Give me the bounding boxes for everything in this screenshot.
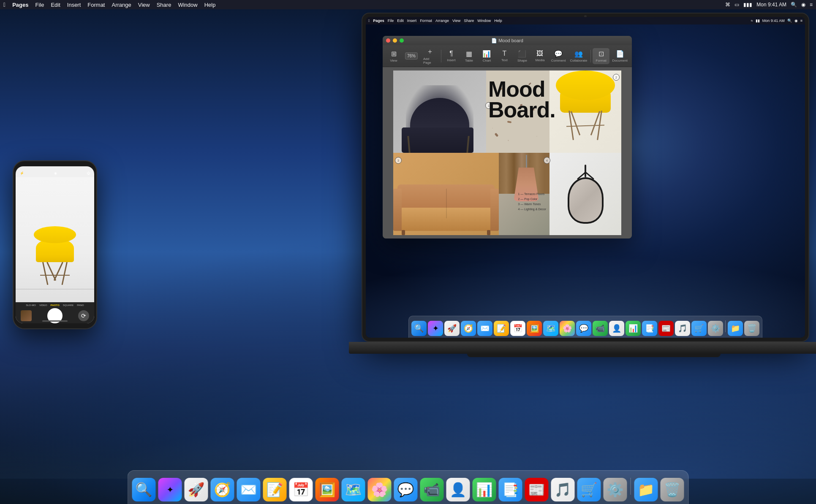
inner-file-menu[interactable]: File [388, 19, 394, 23]
inner-dock-launch[interactable]: 🚀 [444, 321, 460, 336]
inner-dock-mail[interactable]: ✉️ [477, 321, 492, 336]
arrange-menu[interactable]: Arrange [112, 2, 131, 8]
help-menu[interactable]: Help [204, 2, 216, 8]
edit-menu[interactable]: Edit [51, 2, 60, 8]
shape-toolbar-button[interactable]: ⬛ Shape [514, 48, 530, 64]
view-toolbar-button[interactable]: ⊞ View [385, 48, 402, 64]
inner-dock-messages[interactable]: 💬 [576, 321, 591, 336]
dock-keynote[interactable]: 📑 [499, 478, 522, 501]
inner-dock-photos[interactable]: 🌸 [560, 321, 575, 336]
minimize-button[interactable] [393, 38, 397, 43]
inner-share-menu[interactable]: Share [464, 19, 474, 23]
window-menu[interactable]: Window [178, 2, 197, 8]
inner-menubar-right: ≈ ▮▮ Mon 9:41 AM 🔍 ◉ ≡ [751, 19, 802, 23]
inner-dock-music[interactable]: 🎵 [675, 321, 690, 336]
flip-camera-button[interactable]: ⟳ [78, 310, 89, 321]
dock-mail[interactable]: ✉️ [237, 478, 261, 501]
dock-notes[interactable]: 📝 [263, 478, 287, 501]
dock-numbers[interactable]: 📊 [473, 478, 496, 501]
inner-help-menu[interactable]: Help [494, 19, 502, 23]
inner-search-icon[interactable]: 🔍 [787, 19, 792, 23]
share-menu[interactable]: Share [157, 2, 171, 8]
inner-dock-numbers[interactable]: 📊 [626, 321, 641, 336]
inner-dock-appstore[interactable]: 🛒 [691, 321, 707, 336]
iphone-sleep-button[interactable] [96, 195, 97, 208]
mode-video[interactable]: VIDEO [39, 304, 47, 306]
inner-view-menu[interactable]: View [452, 19, 460, 23]
iphone-photo-thumbnail[interactable] [21, 310, 32, 321]
inner-dock-notes[interactable]: 📝 [494, 321, 509, 336]
collaborate-toolbar-button[interactable]: 👥 Collaborate [568, 48, 589, 64]
mode-photo[interactable]: PHOTO [51, 304, 60, 306]
chart-toolbar-button[interactable]: 📊 Chart [478, 48, 495, 64]
inner-edit-menu[interactable]: Edit [397, 19, 404, 23]
iphone-mute-button[interactable] [13, 184, 14, 190]
format-toolbar-button[interactable]: ⊡ Format [593, 48, 609, 64]
dock-calendar[interactable]: 📅 [289, 478, 313, 501]
inner-window-menu[interactable]: Window [477, 19, 491, 23]
document-toolbar-button[interactable]: 📄 Document [610, 48, 629, 64]
iphone-volume-down-button[interactable] [13, 201, 14, 210]
inner-dock-keynote[interactable]: 📑 [642, 321, 657, 336]
mode-pano[interactable]: PANO [77, 304, 84, 306]
iphone-selfie-icon[interactable]: ◉ [54, 171, 57, 175]
mode-square[interactable]: SQUARE [63, 304, 73, 306]
inner-dock-preview[interactable]: 🖼️ [527, 321, 542, 336]
list-item-3: 3 — Warm Tones [518, 202, 546, 207]
dock-trash[interactable]: 🗑️ [661, 478, 684, 501]
inner-cc-icon[interactable]: ≡ [800, 19, 802, 23]
iphone-volume-up-button[interactable] [13, 191, 14, 199]
dock-maps[interactable]: 🗺️ [342, 478, 365, 501]
insert-toolbar-button[interactable]: ¶ Insert [443, 48, 460, 64]
inner-dock-siri[interactable]: ✦ [428, 321, 443, 336]
text-toolbar-button[interactable]: T Text [496, 48, 513, 64]
dock-launchpad[interactable]: 🚀 [185, 478, 208, 501]
dock-finder[interactable]: 🔍 [132, 478, 156, 501]
iphone-flash-icon[interactable]: ⚡ [20, 171, 24, 175]
dock-safari[interactable]: 🧭 [211, 478, 234, 501]
inner-dock-maps[interactable]: 🗺️ [543, 321, 558, 336]
dock-preview[interactable]: 🖼️ [316, 478, 339, 501]
dock-appstore[interactable]: 🛒 [577, 478, 601, 501]
format-menu[interactable]: Format [87, 2, 105, 8]
control-center-icon[interactable]: ≡ [810, 2, 813, 8]
user-icon[interactable]: ◉ [801, 2, 805, 8]
dock-facetime[interactable]: 📹 [420, 478, 444, 501]
comment-toolbar-button[interactable]: 💬 Comment [549, 48, 567, 64]
dock-system-preferences[interactable]: ⚙️ [604, 478, 627, 501]
dock-messages[interactable]: 💬 [394, 478, 418, 501]
add-page-toolbar-button[interactable]: ＋ Add Page [421, 46, 439, 66]
media-toolbar-button[interactable]: 🖼 Media [531, 48, 548, 64]
inner-dock-safari[interactable]: 🧭 [461, 321, 476, 336]
dock-siri[interactable]: ✦ [158, 478, 182, 501]
inner-arrange-menu[interactable]: Arrange [435, 19, 449, 23]
zoom-toolbar-button[interactable]: 76% [403, 51, 420, 61]
inner-dock-contacts[interactable]: 👤 [609, 321, 624, 336]
inner-dock-prefs[interactable]: ⚙️ [708, 321, 723, 336]
apple-menu[interactable]:  [3, 1, 5, 8]
inner-format-menu[interactable]: Format [420, 19, 432, 23]
iphone-power-icon[interactable]: ⏻ [87, 171, 90, 175]
dock-photos[interactable]: 🌸 [368, 478, 392, 501]
file-menu[interactable]: File [35, 2, 44, 8]
inner-dock-news[interactable]: 📰 [658, 321, 674, 336]
insert-menu[interactable]: Insert [67, 2, 81, 8]
app-name-menu[interactable]: Pages [12, 2, 28, 8]
inner-dock-facetime[interactable]: 📹 [593, 321, 608, 336]
inner-dock-finder[interactable]: 🔍 [411, 321, 427, 336]
inner-dock-trash[interactable]: 🗑️ [744, 321, 759, 336]
dock-music[interactable]: 🎵 [551, 478, 575, 501]
inner-dock-airdrop[interactable]: 📁 [728, 321, 743, 336]
inner-user-icon[interactable]: ◉ [794, 19, 798, 23]
table-toolbar-button[interactable]: ▦ Table [460, 48, 477, 64]
search-icon[interactable]: 🔍 [791, 2, 797, 8]
maximize-button[interactable] [400, 38, 404, 43]
close-button[interactable] [386, 38, 390, 43]
view-menu[interactable]: View [138, 2, 150, 8]
dock-news[interactable]: 📰 [525, 478, 549, 501]
inner-insert-menu[interactable]: Insert [407, 19, 417, 23]
inner-dock-cal[interactable]: 📅 [510, 321, 525, 336]
mode-slo-mo[interactable]: SLO-MO [26, 304, 36, 306]
dock-contacts[interactable]: 👤 [446, 478, 470, 501]
dock-airdrop[interactable]: 📁 [634, 478, 658, 501]
